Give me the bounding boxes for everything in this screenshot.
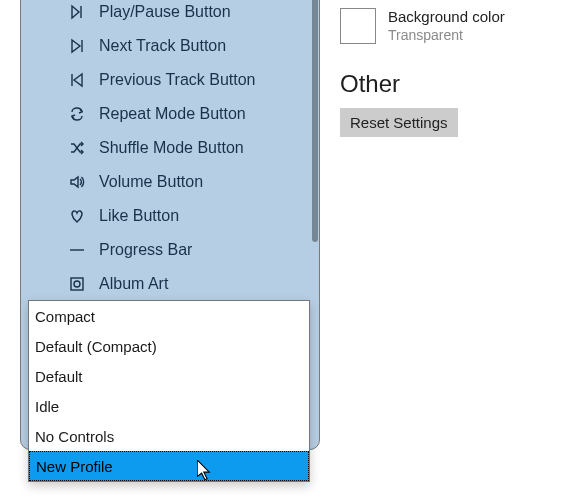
- tree-item-label: Repeat Mode Button: [99, 105, 246, 123]
- profile-option[interactable]: Idle: [29, 391, 309, 421]
- svg-marker-6: [71, 177, 78, 187]
- svg-marker-5: [74, 74, 82, 86]
- next-track-icon: [67, 36, 87, 56]
- svg-marker-0: [72, 6, 79, 18]
- volume-icon: [67, 172, 87, 192]
- reset-settings-button[interactable]: Reset Settings: [340, 108, 458, 137]
- tree-item[interactable]: Progress Bar: [21, 233, 319, 267]
- profile-option-new[interactable]: New Profile: [29, 451, 309, 481]
- tree-item[interactable]: Repeat Mode Button: [21, 97, 319, 131]
- profile-option[interactable]: Default (Compact): [29, 331, 309, 361]
- tree-item[interactable]: Previous Track Button: [21, 63, 319, 97]
- tree-item-label: Volume Button: [99, 173, 203, 191]
- scrollbar-thumb[interactable]: [312, 0, 318, 242]
- heart-icon: [67, 206, 87, 226]
- background-color-row[interactable]: Background color Transparent: [340, 8, 570, 44]
- tree-item-label: Next Track Button: [99, 37, 226, 55]
- tree-item-label: Play/Pause Button: [99, 3, 231, 21]
- repeat-icon: [67, 104, 87, 124]
- album-art-icon: [67, 274, 87, 294]
- tree-item-label: Shuffle Mode Button: [99, 139, 244, 157]
- tree-item[interactable]: Volume Button: [21, 165, 319, 199]
- background-color-value: Transparent: [388, 27, 505, 43]
- settings-panel: Background color Transparent Other Reset…: [340, 8, 570, 137]
- tree-item[interactable]: Like Button: [21, 199, 319, 233]
- svg-rect-8: [71, 278, 83, 290]
- play-pause-icon: [67, 2, 87, 22]
- svg-marker-2: [72, 40, 80, 52]
- tree-item[interactable]: Album Art: [21, 267, 319, 301]
- background-color-label: Background color: [388, 8, 505, 25]
- profile-option[interactable]: No Controls: [29, 421, 309, 451]
- tree-item-label: Album Art: [99, 275, 168, 293]
- tree-item[interactable]: Shuffle Mode Button: [21, 131, 319, 165]
- other-section-header: Other: [340, 70, 570, 98]
- profile-dropdown: Compact Default (Compact) Default Idle N…: [28, 300, 310, 482]
- shuffle-icon: [67, 138, 87, 158]
- tree-item-label: Previous Track Button: [99, 71, 256, 89]
- control-tree: Play/Pause Button Next Track Button Prev…: [21, 0, 319, 301]
- profile-option[interactable]: Compact: [29, 301, 309, 331]
- tree-item-label: Progress Bar: [99, 241, 192, 259]
- profile-option[interactable]: Default: [29, 361, 309, 391]
- progress-icon: [67, 240, 87, 260]
- tree-item-label: Like Button: [99, 207, 179, 225]
- previous-track-icon: [67, 70, 87, 90]
- color-swatch[interactable]: [340, 8, 376, 44]
- svg-point-9: [74, 281, 80, 287]
- tree-item[interactable]: Play/Pause Button: [21, 0, 319, 29]
- tree-item[interactable]: Next Track Button: [21, 29, 319, 63]
